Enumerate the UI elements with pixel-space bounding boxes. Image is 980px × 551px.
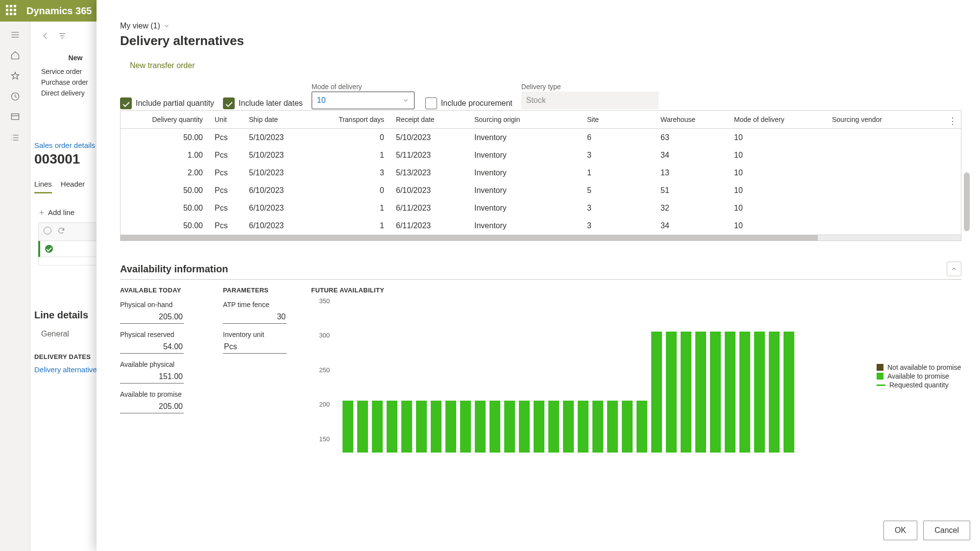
col-site[interactable]: Site bbox=[581, 111, 655, 129]
y-tick: 350 bbox=[319, 297, 330, 305]
back-icon[interactable] bbox=[41, 31, 50, 42]
app-launcher-icon[interactable] bbox=[6, 5, 18, 17]
view-selector[interactable]: My view (1) bbox=[120, 22, 961, 30]
chevron-up-icon bbox=[951, 265, 957, 272]
legend-label: Requested quantity bbox=[889, 381, 949, 389]
cell-site: 6 bbox=[581, 129, 655, 147]
cell-ship: 5/10/2023 bbox=[243, 129, 326, 147]
chart-bar bbox=[739, 332, 750, 453]
future-availability-heading: FUTURE AVAILABILITY bbox=[311, 287, 961, 294]
chart-bar bbox=[784, 332, 794, 453]
y-tick: 200 bbox=[319, 401, 330, 408]
cell-site: 1 bbox=[581, 164, 655, 182]
cell-wh: 32 bbox=[655, 199, 728, 217]
table-row[interactable]: 50.00Pcs6/10/202316/11/2023Inventory3341… bbox=[121, 217, 961, 235]
physical-on-hand-value: 205.00 bbox=[120, 311, 184, 324]
table-vertical-scrollbar[interactable] bbox=[964, 172, 970, 231]
chart-bar bbox=[681, 332, 691, 453]
physical-on-hand-label: Physical on-hand bbox=[120, 301, 203, 309]
cell-mode: 10 bbox=[728, 164, 826, 182]
collapse-button[interactable] bbox=[947, 262, 961, 276]
chart-bar bbox=[695, 332, 706, 453]
cell-wh: 34 bbox=[655, 217, 728, 235]
col-sourcing-origin[interactable]: Sourcing origin bbox=[468, 111, 581, 129]
chart-legend: Not available to promise Available to pr… bbox=[877, 363, 961, 390]
cell-origin: Inventory bbox=[468, 199, 581, 217]
refresh-icon[interactable] bbox=[57, 227, 65, 237]
add-line-label: Add line bbox=[48, 208, 74, 216]
legend-swatch-not-available bbox=[877, 364, 883, 371]
delivery-alternatives-panel: My view (1) Delivery alternatives New tr… bbox=[97, 0, 980, 551]
chart-bar bbox=[372, 401, 383, 453]
chart-bar bbox=[725, 332, 735, 453]
col-receipt-date[interactable]: Receipt date bbox=[390, 111, 468, 129]
left-nav-rail bbox=[0, 22, 30, 551]
chart-bar bbox=[387, 401, 397, 453]
star-icon[interactable] bbox=[10, 71, 21, 81]
col-warehouse[interactable]: Warehouse bbox=[655, 111, 728, 129]
cell-tdays: 0 bbox=[326, 129, 390, 147]
tab-lines[interactable]: Lines bbox=[34, 180, 52, 193]
panel-title: Delivery alternatives bbox=[120, 33, 961, 48]
chart-bars bbox=[333, 301, 867, 453]
hamburger-icon[interactable] bbox=[10, 29, 21, 40]
cell-site: 3 bbox=[581, 217, 655, 235]
cell-qty: 2.00 bbox=[121, 164, 209, 182]
col-unit[interactable]: Unit bbox=[209, 111, 243, 129]
dialog-footer: OK Cancel bbox=[883, 521, 970, 540]
alternatives-table: ⋮ Delivery quantity Unit Ship date Trans… bbox=[120, 110, 961, 241]
select-all-icon[interactable] bbox=[44, 227, 51, 235]
cell-vendor bbox=[826, 199, 961, 217]
chevron-down-icon bbox=[402, 97, 409, 104]
workspace-icon[interactable] bbox=[10, 112, 21, 122]
tab-header[interactable]: Header bbox=[61, 180, 85, 193]
table-more-icon[interactable]: ⋮ bbox=[948, 116, 957, 126]
col-delivery-qty[interactable]: Delivery quantity bbox=[121, 111, 209, 129]
chart-bar bbox=[460, 401, 471, 453]
legend-label: Available to promise bbox=[887, 372, 949, 380]
chart-bar bbox=[475, 401, 486, 453]
table-row[interactable]: 50.00Pcs6/10/202316/11/2023Inventory3321… bbox=[121, 199, 961, 217]
y-tick: 300 bbox=[319, 332, 330, 339]
chart-y-axis: 150200250300350 bbox=[311, 301, 333, 453]
table-row[interactable]: 2.00Pcs5/10/202335/13/2023Inventory11310 bbox=[121, 164, 961, 182]
table-row[interactable]: 50.00Pcs5/10/202305/10/2023Inventory6631… bbox=[121, 129, 961, 147]
list-icon[interactable] bbox=[10, 132, 21, 143]
cell-tdays: 1 bbox=[326, 217, 390, 235]
ok-button[interactable]: OK bbox=[883, 521, 917, 540]
cell-receipt: 6/11/2023 bbox=[390, 217, 468, 235]
include-later-checkbox[interactable]: Include later dates bbox=[223, 97, 303, 109]
table-row[interactable]: 50.00Pcs6/10/202306/10/2023Inventory5511… bbox=[121, 182, 961, 199]
mode-of-delivery-select[interactable]: 10 bbox=[312, 92, 415, 109]
table-horizontal-scrollbar[interactable] bbox=[121, 235, 961, 240]
include-procurement-checkbox[interactable]: Include procurement bbox=[425, 97, 513, 109]
available-today-heading: AVAILABLE TODAY bbox=[120, 287, 203, 294]
cell-mode: 10 bbox=[728, 182, 826, 199]
col-transport-days[interactable]: Transport days bbox=[326, 111, 390, 129]
new-transfer-order-button[interactable]: New transfer order bbox=[130, 61, 961, 70]
cell-ship: 6/10/2023 bbox=[243, 217, 326, 235]
chart-bar bbox=[416, 401, 427, 453]
cancel-button[interactable]: Cancel bbox=[923, 521, 970, 540]
include-partial-checkbox[interactable]: Include partial quantity bbox=[120, 97, 214, 109]
checkbox-icon bbox=[120, 97, 132, 109]
brand-bar: Dynamics 365 bbox=[0, 0, 103, 22]
home-icon[interactable] bbox=[10, 50, 21, 61]
inventory-unit-label: Inventory unit bbox=[223, 331, 292, 338]
cell-tdays: 0 bbox=[326, 182, 390, 199]
col-sourcing-vendor[interactable]: Sourcing vendor bbox=[826, 111, 961, 129]
chart-bar bbox=[666, 332, 677, 453]
filter-icon[interactable] bbox=[58, 31, 67, 42]
table-row[interactable]: 1.00Pcs5/10/202315/11/2023Inventory33410 bbox=[121, 146, 961, 164]
cell-vendor bbox=[826, 182, 961, 199]
chart-bar bbox=[754, 332, 765, 453]
cell-tdays: 3 bbox=[326, 164, 390, 182]
recent-icon[interactable] bbox=[10, 91, 21, 102]
cell-qty: 50.00 bbox=[121, 199, 209, 217]
future-availability-chart: 150200250300350 Not available to promise… bbox=[311, 301, 961, 453]
chart-bar bbox=[710, 332, 721, 453]
col-ship-date[interactable]: Ship date bbox=[243, 111, 326, 129]
filter-bar: Include partial quantity Include later d… bbox=[120, 83, 961, 109]
cell-wh: 13 bbox=[655, 164, 728, 182]
col-mode-delivery[interactable]: Mode of delivery bbox=[728, 111, 826, 129]
